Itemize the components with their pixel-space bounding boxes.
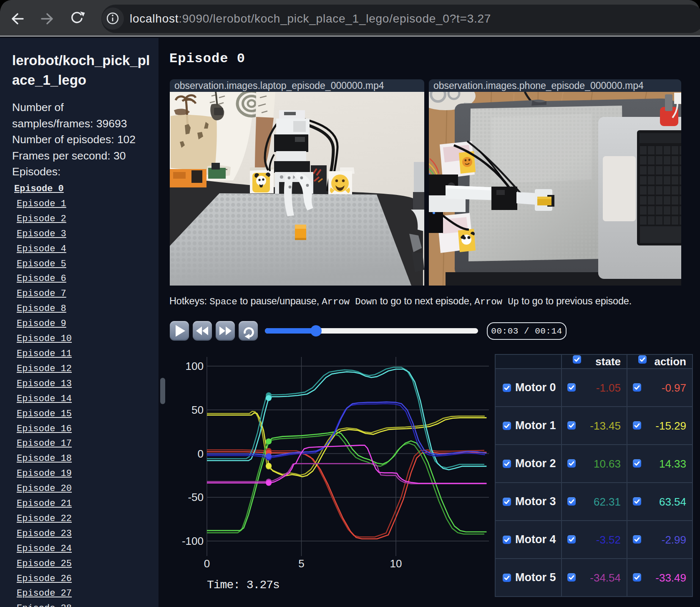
svg-text:-50: -50: [188, 491, 204, 503]
svg-text:-100: -100: [182, 535, 204, 547]
svg-text:100: 100: [186, 360, 204, 372]
svg-text:50: 50: [191, 404, 204, 416]
svg-text:5: 5: [298, 557, 304, 570]
svg-text:10: 10: [390, 557, 402, 570]
svg-text:0: 0: [198, 448, 204, 460]
svg-text:0: 0: [204, 557, 210, 570]
